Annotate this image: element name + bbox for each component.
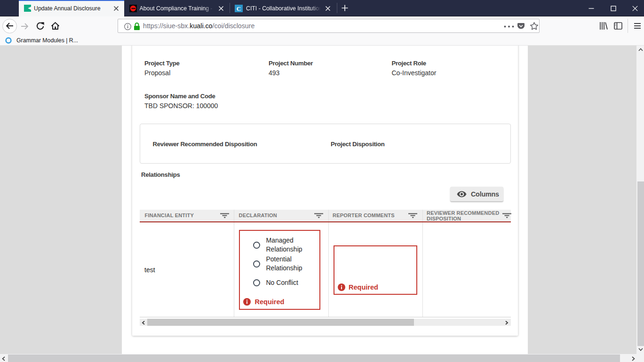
svg-text:C: C <box>237 5 241 12</box>
